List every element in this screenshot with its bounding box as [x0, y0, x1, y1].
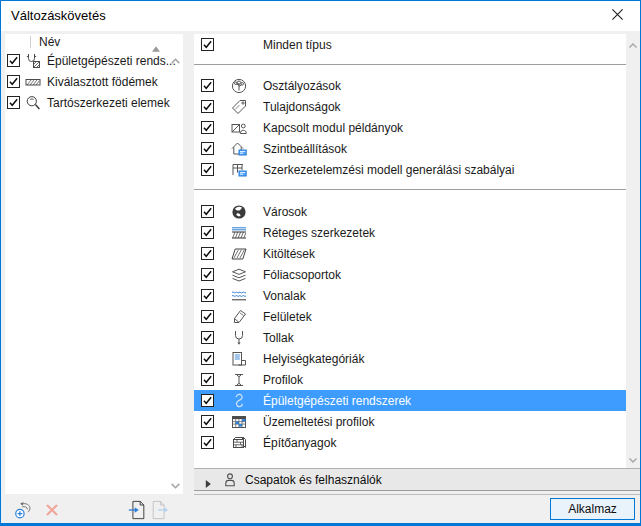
checkbox[interactable] [201, 373, 214, 386]
right-list-item[interactable]: Szintbeállítások [194, 138, 626, 159]
expander-right-icon[interactable] [203, 475, 213, 485]
right-list-item[interactable]: Kitöltések [194, 243, 626, 264]
right-list-item[interactable]: Szerkezetelemzési modell generálási szab… [194, 159, 626, 180]
teams-section-label: Csapatok és felhasználók [245, 473, 382, 487]
scrollbar-down-button[interactable] [169, 478, 182, 490]
item-label: Tulajdonságok [263, 100, 341, 114]
checkbox[interactable] [201, 38, 214, 51]
item-label: Épületgépészeti rends... [47, 54, 176, 68]
checkbox[interactable] [201, 142, 214, 155]
item-label: Kapcsolt modul példányok [263, 121, 403, 135]
list-header: Név [5, 34, 183, 50]
new-change-button[interactable] [13, 499, 35, 521]
group-separator [194, 189, 626, 190]
item-label: Szintbeállítások [263, 142, 347, 156]
checkbox[interactable] [201, 394, 214, 407]
scrollbar-up-button[interactable] [627, 38, 639, 50]
item-label: Építőanyagok [263, 436, 336, 450]
right-list-item[interactable]: Tollak [194, 327, 626, 348]
item-label: Tartószerkezeti elemek [47, 96, 170, 110]
checkbox[interactable] [201, 289, 214, 302]
checkbox[interactable] [201, 163, 214, 176]
selected-slabs-icon [25, 74, 41, 90]
composites-icon [231, 225, 247, 241]
checkbox[interactable] [201, 121, 214, 134]
item-label: Felületek [263, 310, 312, 324]
right-list-item[interactable]: Profilok [194, 369, 626, 390]
checkbox[interactable] [201, 352, 214, 365]
checkbox[interactable] [201, 100, 214, 113]
right-list-item[interactable]: Fóliacsoportok [194, 264, 626, 285]
item-label: Szerkezetelemzési modell generálási szab… [263, 163, 514, 177]
right-list-item[interactable]: Vonalak [194, 285, 626, 306]
footer-divider [194, 494, 640, 495]
classifications-icon [231, 78, 247, 94]
close-button[interactable] [595, 1, 640, 30]
right-list-item[interactable]: Tulajdonságok [194, 96, 626, 117]
export-button[interactable] [149, 499, 171, 521]
person-icon [222, 472, 238, 488]
layer-combinations-icon [231, 267, 247, 283]
right-list-item[interactable]: Épületgépészeti rendszerek [194, 390, 626, 411]
checkbox[interactable] [201, 226, 214, 239]
item-label: Helyiségkategóriák [263, 352, 364, 366]
item-label: Épületgépészeti rendszerek [263, 394, 411, 408]
checkbox[interactable] [201, 331, 214, 344]
right-list-item[interactable]: Felületek [194, 306, 626, 327]
story-settings-icon [231, 141, 247, 157]
checkbox[interactable] [201, 310, 214, 323]
item-label: Réteges szerkezetek [263, 226, 375, 240]
checkbox[interactable] [201, 205, 214, 218]
scrollbar-up-button[interactable] [169, 54, 182, 66]
properties-icon [231, 99, 247, 115]
checkbox[interactable] [201, 436, 214, 449]
checkbox[interactable] [7, 54, 20, 67]
checkbox[interactable] [201, 247, 214, 260]
hotlink-modules-icon [231, 120, 247, 136]
import-button[interactable] [126, 499, 148, 521]
column-divider [30, 36, 31, 48]
checkbox[interactable] [7, 75, 20, 88]
line-types-icon [231, 288, 247, 304]
mep-pipe-icon [231, 393, 247, 409]
right-list-item[interactable]: Réteges szerkezetek [194, 222, 626, 243]
cities-icon [231, 204, 247, 220]
right-list-item[interactable]: Helyiségkategóriák [194, 348, 626, 369]
sort-ascending-icon[interactable] [151, 39, 161, 47]
changes-list-panel: Név Épületgépészeti rends...Kiválasztott… [5, 34, 183, 494]
column-header-name[interactable]: Név [39, 35, 60, 49]
filter-types-panel: Minden típusOsztályozásokTulajdonságokKa… [194, 34, 640, 468]
checkbox[interactable] [201, 268, 214, 281]
left-list-item[interactable]: Tartószerkezeti elemek [5, 92, 183, 113]
left-list-item[interactable]: Kiválasztott födémek [5, 71, 183, 92]
right-list-item[interactable]: Üzemeltetési profilok [194, 411, 626, 432]
left-list-item[interactable]: Épületgépészeti rends... [5, 50, 183, 71]
scrollbar-down-button[interactable] [627, 452, 639, 464]
right-list-item[interactable]: Városok [194, 201, 626, 222]
titlebar: Változáskövetés [1, 1, 640, 31]
item-label: Kitöltések [263, 247, 315, 261]
right-list-item-all-types[interactable]: Minden típus [194, 34, 626, 55]
right-list-item[interactable]: Kapcsolt modul példányok [194, 117, 626, 138]
checkbox[interactable] [7, 96, 20, 109]
item-label: Osztályozások [263, 79, 341, 93]
item-label: Vonalak [263, 289, 306, 303]
item-label: Városok [263, 205, 307, 219]
checkbox[interactable] [201, 79, 214, 92]
delete-button[interactable] [41, 499, 63, 521]
change-tracking-dialog: Változáskövetés Név Épületgépészeti rend… [0, 0, 641, 526]
right-list-item[interactable]: Osztályozások [194, 75, 626, 96]
apply-button[interactable]: Alkalmaz [550, 498, 635, 520]
structural-elements-icon [25, 95, 41, 111]
group-separator [194, 64, 626, 65]
building-materials-icon [231, 435, 247, 451]
checkbox[interactable] [201, 415, 214, 428]
item-label: Fóliacsoportok [263, 268, 341, 282]
right-list-item[interactable]: Építőanyagok [194, 432, 626, 453]
scrollbar[interactable] [626, 34, 640, 468]
item-label: Profilok [263, 373, 303, 387]
mep-duct-icon [25, 53, 41, 69]
teams-section-header[interactable]: Csapatok és felhasználók [194, 468, 640, 491]
structural-analysis-icon [231, 162, 247, 178]
fills-icon [231, 246, 247, 262]
